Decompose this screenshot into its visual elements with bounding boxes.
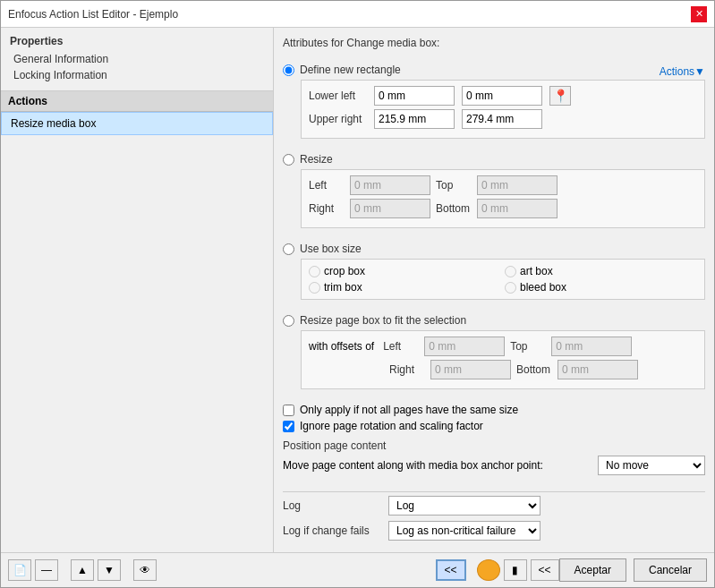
offset-left-input (424, 337, 505, 356)
resize-inputs: Left Top Right Bottom (301, 169, 705, 228)
move-content-row: Move page content along with media box a… (283, 456, 705, 475)
lower-left-row: Lower left 📍 (309, 86, 697, 106)
resize-page-radio-row: Resize page box to fit the selection (283, 314, 705, 327)
actions-label: Actions (8, 95, 47, 107)
lower-left-x-input[interactable] (374, 86, 455, 106)
use-box-radio[interactable] (283, 243, 294, 255)
picker-button[interactable]: 📍 (549, 86, 571, 106)
main-window: Enfocus Action List Editor - Ejemplo ✕ P… (0, 0, 715, 588)
only-apply-label: Only apply if not all pages have the sam… (300, 404, 518, 416)
offset-bottom-label: Bottom (516, 363, 552, 376)
move-down-button[interactable]: ▼ (98, 559, 121, 581)
resize-radio[interactable] (283, 154, 294, 166)
upper-right-x-input[interactable] (374, 109, 455, 129)
resize-top-input (477, 175, 558, 195)
actions-dropdown-link[interactable]: Actions▼ (660, 65, 705, 78)
log-fail-select[interactable]: Log as non-critical failure (388, 521, 541, 541)
right-label: Right (309, 202, 345, 215)
resize-page-radio[interactable] (283, 315, 294, 327)
accept-button[interactable]: Aceptar (559, 558, 626, 582)
position-label: Position page content (283, 439, 705, 452)
actions-list: Resize media box (1, 112, 273, 135)
resize-right-bottom-row: Right Bottom (309, 199, 697, 218)
bottom-label: Bottom (436, 202, 472, 215)
add-action-button[interactable]: 📄 (8, 559, 31, 581)
bottom-right: Aceptar Cancelar (559, 558, 707, 582)
crop-box-item: crop box (309, 265, 501, 277)
lower-left-y-input[interactable] (462, 86, 542, 106)
use-box-radio-row: Use box size (283, 243, 705, 255)
move-content-select[interactable]: No move (598, 456, 705, 475)
use-box-label: Use box size (300, 243, 362, 255)
action-item-resize-media-box[interactable]: Resize media box (1, 112, 273, 135)
define-rectangle-radio[interactable] (283, 64, 294, 76)
offset-left-label: Left (383, 340, 419, 353)
remove-action-button[interactable]: — (35, 559, 58, 581)
close-button[interactable]: ✕ (691, 6, 707, 22)
upper-right-label: Upper right (309, 113, 367, 125)
resize-page-group: Resize page box to fit the selection wit… (283, 314, 705, 396)
use-box-group: Use box size crop box art box (283, 243, 705, 307)
art-box-label: art box (520, 265, 553, 277)
resize-label: Resize (300, 153, 333, 166)
divider1 (283, 491, 705, 492)
attributes-header-row: Attributes for Change media box: (283, 37, 705, 56)
upper-right-row: Upper right (309, 109, 697, 129)
properties-title: Properties (10, 35, 264, 47)
resize-left-input (350, 175, 430, 195)
checkbox1-row: Only apply if not all pages have the sam… (283, 404, 705, 416)
resize-radio-row: Resize (283, 153, 705, 166)
define-rectangle-radio-row: Define new rectangle (283, 64, 401, 76)
action-item-label: Resize media box (11, 117, 96, 130)
art-box-item: art box (505, 265, 697, 277)
actions-header: Actions (1, 91, 273, 112)
actions-panel: Actions Resize media box (1, 91, 273, 552)
trim-box-item: trim box (309, 281, 501, 294)
bottom-left-tools: 📄 — ▲ ▼ 👁 << ▮ << (8, 559, 559, 581)
properties-section: Properties General Information Locking I… (1, 28, 273, 91)
cancel-button[interactable]: Cancelar (634, 558, 707, 582)
offset-bottom-input (558, 360, 638, 379)
offset-right-label: Right (389, 363, 425, 376)
main-content: Properties General Information Locking I… (1, 28, 714, 552)
offset-left-top-row: with offsets of Left Top (309, 337, 697, 356)
offset-top-input (551, 337, 632, 356)
bottom-toolbar: 📄 — ▲ ▼ 👁 << ▮ << (1, 552, 714, 587)
up-icon: ▲ (77, 564, 88, 576)
attributes-title: Attributes for Change media box: (283, 37, 439, 49)
resize-page-label: Resize page box to fit the selection (300, 314, 466, 327)
orange-button[interactable] (477, 559, 500, 581)
resize-bottom-input (477, 199, 558, 218)
offset-right-bottom-row: Right Bottom (309, 360, 697, 379)
resize-right-input (350, 199, 430, 218)
window-title: Enfocus Action List Editor - Ejemplo (8, 8, 178, 21)
nav-locking-information[interactable]: Locking Information (10, 67, 264, 83)
log-row: Log Log (283, 496, 705, 516)
lower-left-label: Lower left (309, 89, 367, 102)
down-icon: ▼ (104, 564, 115, 576)
stop-button[interactable]: ▮ (504, 559, 527, 581)
define-rectangle-group: Define new rectangle Actions▼ Lower left… (283, 64, 705, 146)
ignore-rotation-checkbox[interactable] (283, 421, 294, 432)
offsets-label: with offsets of (309, 340, 374, 353)
move-up-button[interactable]: ▲ (71, 559, 94, 581)
left-label: Left (309, 179, 345, 192)
view-button[interactable]: 👁 (133, 559, 157, 581)
trim-box-label: trim box (324, 281, 362, 294)
log-label: Log (283, 499, 381, 512)
left-panel: Properties General Information Locking I… (1, 28, 274, 552)
nav-general-information[interactable]: General Information (10, 51, 264, 67)
only-apply-checkbox[interactable] (283, 405, 294, 416)
stop-icon: ▮ (512, 564, 518, 576)
top-label: Top (436, 179, 472, 192)
bleed-box-label: bleed box (520, 281, 566, 294)
title-bar: Enfocus Action List Editor - Ejemplo ✕ (1, 1, 714, 28)
define-rectangle-inputs: Lower left 📍 Upper right (301, 80, 705, 139)
nav-left-button1[interactable]: << (436, 559, 466, 581)
box-type-grid: crop box art box trim box bleed box (309, 265, 697, 294)
log-select[interactable]: Log (388, 496, 541, 516)
nav-left-button2[interactable]: << (531, 559, 559, 581)
upper-right-y-input[interactable] (462, 109, 542, 129)
crop-box-radio (309, 266, 320, 277)
remove-icon: — (41, 564, 52, 576)
